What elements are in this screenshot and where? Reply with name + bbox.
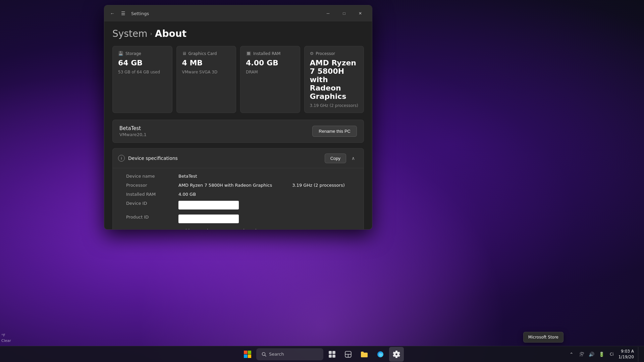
system-clock[interactable]: 9:03 A 1/19/20 (619, 349, 634, 360)
ram-card: 🔲 Installed RAM 4.00 GB DRAM (240, 46, 300, 113)
processor-header: ⚙ Processor (310, 51, 359, 56)
spec-row-system-type: System type 64-bit operating system, x64… (126, 226, 358, 229)
storage-header: 💾 Storage (118, 51, 167, 56)
clock-date: 1/19/20 (619, 354, 634, 360)
graphics-card: 🖥 Graphics Card 4 MB VMware SVGA 3D (176, 46, 236, 113)
pc-name-info: BetaTest VMware20,1 (119, 125, 147, 137)
file-explorer-button[interactable] (357, 347, 372, 362)
window-controls: ─ □ ✕ (320, 8, 368, 19)
product-id-highlight (178, 215, 239, 223)
network-icon[interactable]: ⛈ (578, 350, 586, 358)
search-pill[interactable]: Search (256, 348, 323, 360)
hardware-cards: 💾 Storage 64 GB 53 GB of 64 GB used 🖥 Gr… (112, 46, 364, 113)
specs-header-left: i Device specifications (118, 155, 325, 162)
breadcrumb: System › About (112, 28, 364, 39)
svg-rect-1 (248, 351, 251, 354)
ci-label[interactable]: Ci (608, 350, 616, 358)
pc-model: VMware20,1 (119, 132, 147, 137)
breadcrumb-current: About (155, 28, 186, 39)
graphics-value: 4 MB (182, 59, 231, 67)
pc-name: BetaTest (119, 125, 147, 131)
chevron-up-icon[interactable]: ⌃ (568, 350, 576, 358)
ram-sub: DRAM (246, 70, 294, 74)
clock-time: 9:03 A (619, 349, 634, 354)
battery-icon[interactable]: 🔋 (598, 350, 606, 358)
svg-rect-9 (332, 355, 335, 358)
graphics-header: 🖥 Graphics Card (182, 51, 231, 56)
window-title: Settings (131, 11, 149, 16)
processor-icon: ⚙ (310, 51, 314, 56)
hamburger-button[interactable]: ☰ (119, 9, 127, 17)
weather-condition: Clear (1, 338, 11, 343)
rename-pc-button[interactable]: Rename this PC (312, 126, 357, 137)
ram-value: 4.00 GB (246, 59, 294, 67)
ram-icon: 🔲 (246, 51, 251, 56)
edge-button[interactable] (373, 347, 388, 362)
spec-row-product-id: Product ID (126, 213, 358, 226)
system-type-label: System type (126, 228, 173, 229)
storage-value: 64 GB (118, 59, 167, 67)
storage-icon: 💾 (118, 51, 123, 56)
storage-sub: 53 GB of 64 GB used (118, 70, 167, 74)
pc-name-section: BetaTest VMware20,1 Rename this PC (112, 120, 364, 143)
processor-label: Processor (316, 51, 335, 56)
widgets-button[interactable] (341, 347, 356, 362)
product-id-value (178, 215, 358, 224)
window-content: System › About 💾 Storage 64 GB 53 GB of … (104, 21, 372, 229)
settings-taskbar-button[interactable] (389, 347, 404, 362)
collapse-button[interactable]: ∧ (348, 153, 358, 163)
close-button[interactable]: ✕ (353, 8, 368, 19)
graphics-icon: 🖥 (182, 51, 186, 56)
temperature: °F (1, 333, 11, 338)
svg-rect-2 (244, 354, 247, 358)
specs-header-right: Copy ∧ (325, 153, 358, 163)
settings-icon (393, 351, 400, 358)
task-view-button[interactable] (325, 347, 339, 362)
device-name-value: BetaTest (178, 174, 358, 179)
device-id-highlight (178, 201, 239, 209)
device-id-value (178, 201, 358, 210)
task-view-icon (328, 351, 336, 358)
system-type-value: 64-bit operating system, x64-based proce… (178, 228, 358, 229)
spec-row-processor: Processor AMD Ryzen 7 5800H with Radeon … (126, 181, 358, 190)
maximize-button[interactable]: □ (336, 8, 352, 19)
breadcrumb-separator: › (150, 31, 152, 37)
search-label: Search (269, 352, 284, 357)
ram-spec-value: 4.00 GB (178, 192, 358, 197)
svg-rect-3 (248, 354, 251, 358)
show-desktop-button[interactable] (638, 347, 640, 362)
system-tray: ⌃ ⛈ 🔊 🔋 Ci (568, 350, 616, 358)
minimize-button[interactable]: ─ (320, 8, 336, 19)
processor-spec-label: Processor (126, 183, 173, 188)
graphics-label: Graphics Card (189, 51, 217, 56)
device-name-label: Device name (126, 174, 173, 179)
spec-row-ram: Installed RAM 4.00 GB (126, 190, 358, 199)
windows-logo-icon (244, 351, 251, 358)
info-icon: i (118, 155, 125, 162)
svg-line-5 (265, 355, 266, 356)
settings-window: ← ☰ Settings ─ □ ✕ System › About 💾 Stor… (104, 5, 372, 230)
device-id-label: Device ID (126, 201, 173, 210)
svg-rect-0 (244, 351, 247, 354)
edge-icon (377, 351, 384, 358)
processor-spec-freq: 3.19 GHz (2 processors) (292, 183, 344, 188)
title-bar: ← ☰ Settings ─ □ ✕ (104, 5, 372, 21)
graphics-sub: VMware SVGA 3D (182, 70, 231, 74)
breadcrumb-parent[interactable]: System (112, 28, 147, 39)
folder-icon (361, 351, 368, 358)
back-button[interactable]: ← (108, 9, 116, 17)
ram-label: Installed RAM (253, 51, 280, 56)
specs-body: Device name BetaTest Processor AMD Ryzen… (113, 168, 364, 229)
copy-button[interactable]: Copy (325, 154, 346, 163)
weather-widget: °F Clear (1, 333, 11, 343)
title-bar-left: ← ☰ Settings (108, 9, 320, 17)
ram-header: 🔲 Installed RAM (246, 51, 294, 56)
spec-row-device-id: Device ID (126, 199, 358, 213)
sound-icon[interactable]: 🔊 (588, 350, 596, 358)
product-id-label: Product ID (126, 215, 173, 224)
search-icon (262, 352, 266, 357)
device-specs-section: i Device specifications Copy ∧ Device na… (112, 148, 364, 229)
specs-header: i Device specifications Copy ∧ (113, 148, 364, 168)
svg-rect-8 (329, 355, 332, 358)
start-button[interactable] (240, 347, 255, 362)
